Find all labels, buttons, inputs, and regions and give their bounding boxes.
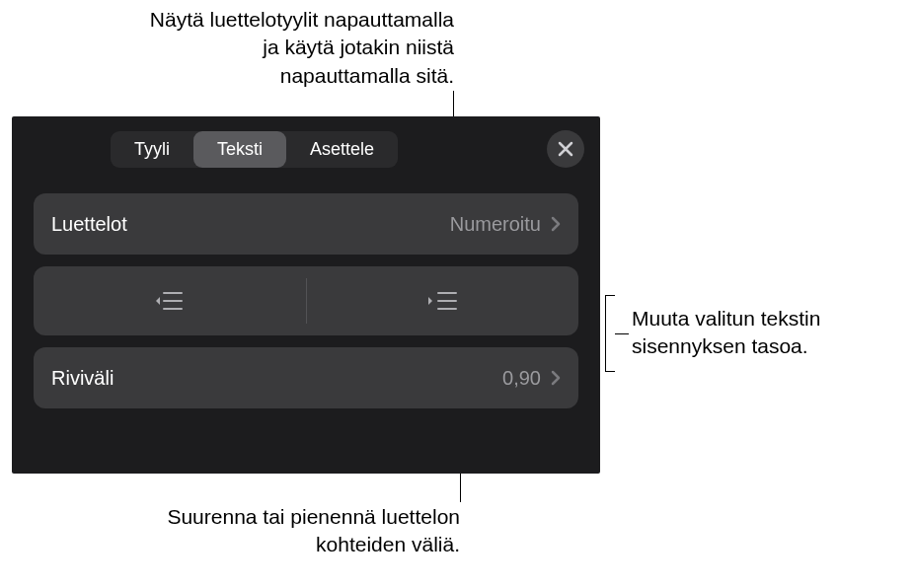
callout-right: Muuta valitun tekstin sisennyksen tasoa.: [632, 305, 908, 361]
outdent-button[interactable]: [34, 266, 306, 335]
tab-layout[interactable]: Asettele: [286, 131, 398, 168]
callout-right-bracket-left: [605, 295, 615, 372]
indent-row: [34, 266, 578, 335]
indent-icon: [426, 289, 458, 313]
linespacing-value: 0,90: [502, 367, 541, 390]
callout-bottom-text: Suurenna tai pienennä luettelon kohteide…: [167, 505, 460, 555]
segmented-control: Tyyli Teksti Asettele: [111, 131, 398, 168]
close-icon: [558, 141, 573, 157]
outdent-icon: [154, 289, 186, 313]
tab-text[interactable]: Teksti: [193, 131, 286, 168]
close-button[interactable]: [547, 130, 584, 168]
lists-value: Numeroitu: [450, 213, 541, 236]
callout-right-text: Muuta valitun tekstin sisennyksen tasoa.: [632, 307, 820, 357]
tab-layout-label: Asettele: [310, 139, 374, 159]
format-panel: Tyyli Teksti Asettele Luettelot Numeroit…: [12, 116, 600, 474]
callout-top-text: Näytä luettelotyylit napauttamalla ja kä…: [150, 8, 454, 87]
lists-row[interactable]: Luettelot Numeroitu: [34, 193, 578, 255]
callout-bottom: Suurenna tai pienennä luettelon kohteide…: [128, 503, 460, 559]
chevron-right-icon: [551, 216, 561, 232]
callout-right-hline: [615, 333, 629, 334]
callout-top: Näytä luettelotyylit napauttamalla ja kä…: [59, 6, 454, 90]
tab-row: Tyyli Teksti Asettele: [12, 116, 600, 178]
tab-style-label: Tyyli: [134, 139, 170, 159]
tab-text-label: Teksti: [217, 139, 263, 159]
lists-label: Luettelot: [51, 213, 450, 236]
chevron-right-icon: [551, 370, 561, 386]
linespacing-label: Riviväli: [51, 367, 502, 390]
indent-button[interactable]: [307, 266, 579, 335]
tab-style[interactable]: Tyyli: [111, 131, 193, 168]
linespacing-row[interactable]: Riviväli 0,90: [34, 347, 578, 408]
